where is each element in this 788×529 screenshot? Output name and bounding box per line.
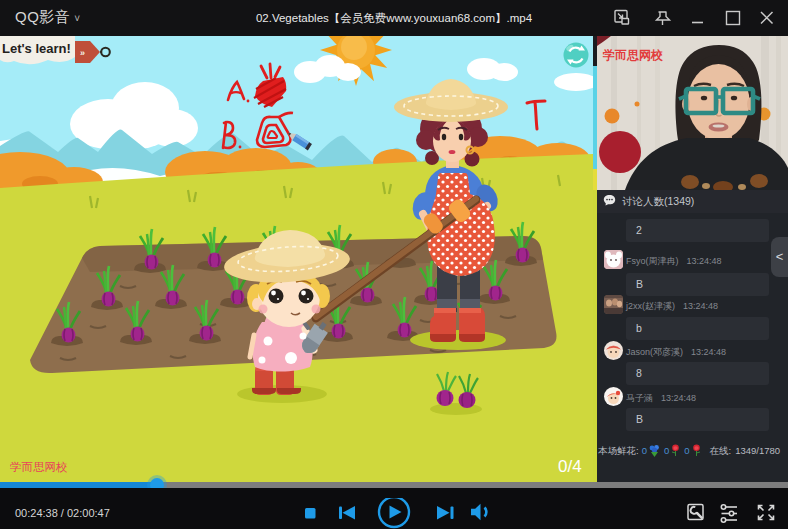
svg-text:学而思网校: 学而思网校 bbox=[602, 48, 663, 62]
svg-text:学而思网校: 学而思网校 bbox=[10, 461, 68, 473]
svg-text:»: » bbox=[80, 48, 85, 58]
svg-text:0/4: 0/4 bbox=[558, 457, 582, 476]
svg-text:Let's learn!: Let's learn! bbox=[2, 41, 71, 56]
